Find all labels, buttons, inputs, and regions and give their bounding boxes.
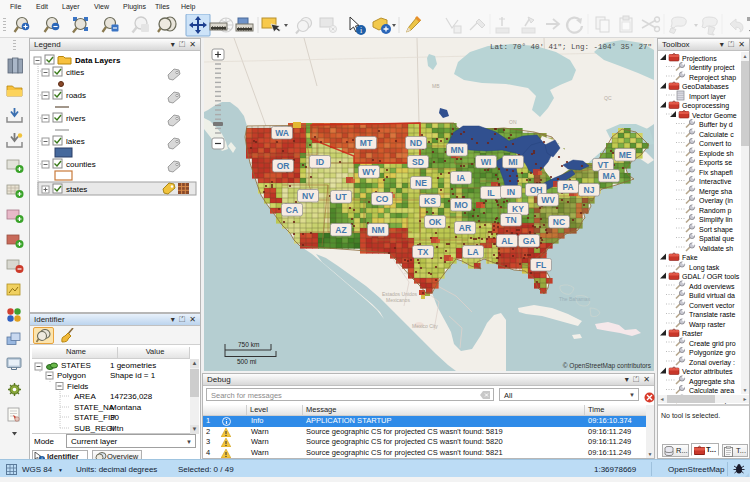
svg-text:Polygon: Polygon [57, 371, 86, 380]
svg-text:WY: WY [362, 167, 376, 177]
svg-text:750 km: 750 km [238, 341, 259, 348]
svg-text:© OpenStreetMap contributors: © OpenStreetMap contributors [563, 362, 652, 370]
svg-text:MN: MN [450, 145, 463, 155]
svg-text:TX: TX [418, 247, 429, 257]
svg-text:30: 30 [110, 413, 119, 422]
svg-text:AZ: AZ [335, 225, 346, 235]
svg-text:FL: FL [536, 260, 546, 270]
svg-text:cities: cities [66, 68, 84, 77]
svg-text:STATE_NA: STATE_NA [74, 403, 115, 412]
svg-text:AR: AR [459, 223, 471, 233]
svg-text:VT: VT [598, 160, 610, 170]
svg-text:Raster: Raster [682, 330, 703, 337]
svg-text:Interactive: Interactive [699, 178, 731, 185]
svg-text:GeoDatabases: GeoDatabases [682, 83, 729, 90]
svg-text:Identify project: Identify project [689, 64, 735, 72]
svg-text:Buffer by d: Buffer by d [699, 121, 733, 129]
svg-text:ME: ME [619, 150, 632, 160]
svg-text:Import layer: Import layer [689, 93, 727, 101]
svg-text:Fields: Fields [67, 382, 88, 391]
svg-text:Warp raster: Warp raster [689, 321, 726, 329]
svg-text:Validate sh: Validate sh [699, 245, 733, 252]
svg-text:Long task: Long task [689, 264, 720, 272]
svg-text:WI: WI [481, 157, 491, 167]
svg-text:NE: NE [415, 178, 427, 188]
svg-text:KS: KS [424, 196, 436, 206]
svg-text:QC: QC [604, 95, 612, 101]
svg-text:AREA: AREA [74, 392, 96, 401]
svg-text:WV: WV [541, 195, 555, 205]
svg-text:states: states [66, 185, 87, 194]
svg-text:IL: IL [487, 188, 495, 198]
svg-text:Calculate area: Calculate area [689, 387, 734, 394]
svg-text:lakes: lakes [66, 137, 85, 146]
svg-text:SD: SD [412, 157, 424, 167]
svg-text:GA: GA [523, 236, 536, 246]
svg-text:ND: ND [410, 138, 422, 148]
svg-text:AL: AL [501, 236, 512, 246]
svg-text:Convert vector: Convert vector [689, 302, 735, 309]
svg-text:Explode sh: Explode sh [699, 150, 734, 158]
svg-text:MA: MA [602, 171, 615, 181]
svg-text:1 geometries: 1 geometries [110, 361, 156, 370]
svg-text:Montana: Montana [110, 403, 142, 412]
svg-text:PA: PA [562, 182, 573, 192]
svg-text:OR: OR [277, 161, 290, 171]
svg-text:LA: LA [467, 247, 478, 257]
svg-text:KY: KY [512, 204, 524, 214]
svg-text:NJ: NJ [584, 185, 595, 195]
svg-text:Calculate c: Calculate c [699, 131, 734, 138]
svg-text:Data Layers: Data Layers [75, 56, 121, 65]
svg-text:147236,028: 147236,028 [110, 392, 153, 401]
svg-text:Fake: Fake [682, 254, 698, 261]
svg-text:Vector Geome: Vector Geome [692, 112, 737, 119]
svg-text:ID: ID [316, 157, 325, 167]
svg-text:Reproject shap: Reproject shap [689, 74, 736, 82]
svg-text:NM: NM [371, 225, 384, 235]
svg-text:Projections: Projections [682, 55, 717, 63]
svg-text:Exports se: Exports se [699, 159, 732, 167]
svg-text:Polygonize gro: Polygonize gro [689, 349, 735, 357]
svg-text:Fix shapefi: Fix shapefi [699, 169, 733, 177]
svg-text:IA: IA [457, 173, 466, 183]
svg-text:MT: MT [360, 138, 373, 148]
svg-text:Mexicanos: Mexicanos [386, 297, 410, 303]
svg-text:Aggregate sha: Aggregate sha [689, 378, 735, 386]
svg-text:Mexico City: Mexico City [412, 323, 438, 329]
svg-text:SUB_REGI: SUB_REGI [74, 424, 114, 433]
svg-text:IN: IN [507, 187, 516, 197]
svg-text:500 mi: 500 mi [237, 358, 257, 365]
svg-text:MB: MB [432, 83, 440, 89]
svg-text:TN: TN [505, 215, 516, 225]
svg-text:CO: CO [376, 194, 389, 204]
svg-text:MO: MO [454, 200, 468, 210]
svg-text:Lat: 70° 40' 41"; Lng: -104° 3: Lat: 70° 40' 41"; Lng: -104° 35' 27" [490, 43, 652, 51]
svg-text:UT: UT [335, 192, 347, 202]
svg-text:Vector attributes: Vector attributes [682, 368, 733, 375]
svg-text:rivers: rivers [66, 114, 86, 123]
svg-text:Shape id = 1: Shape id = 1 [110, 371, 156, 380]
svg-text:roads: roads [66, 91, 86, 100]
svg-text:WA: WA [275, 128, 289, 138]
svg-text:ON: ON [509, 119, 517, 125]
svg-text:Create grid pro: Create grid pro [689, 340, 736, 348]
svg-text:Simplify lin: Simplify lin [699, 216, 733, 224]
svg-text:Translate raste: Translate raste [689, 311, 736, 318]
svg-text:Merge sha: Merge sha [699, 188, 732, 196]
svg-text:MI: MI [508, 157, 517, 167]
svg-text:counties: counties [66, 160, 96, 169]
svg-text:CA: CA [286, 205, 298, 215]
svg-text:Geoprocessing: Geoprocessing [682, 102, 729, 110]
svg-text:STATES: STATES [61, 361, 91, 370]
svg-text:NC: NC [553, 217, 565, 227]
svg-text:Zonal overlay :: Zonal overlay : [689, 359, 735, 367]
svg-text:GDAL / OGR tools: GDAL / OGR tools [682, 273, 740, 280]
svg-text:Convert to: Convert to [699, 140, 731, 147]
svg-text:Sort shape: Sort shape [699, 226, 733, 234]
svg-text:Spatial que: Spatial que [699, 235, 734, 243]
svg-text:Random p: Random p [699, 207, 731, 215]
svg-text:NV: NV [302, 191, 314, 201]
svg-text:Add overviews: Add overviews [689, 283, 735, 290]
svg-text:Build virtual da: Build virtual da [689, 292, 735, 299]
svg-text:The Bahamas: The Bahamas [559, 296, 591, 302]
